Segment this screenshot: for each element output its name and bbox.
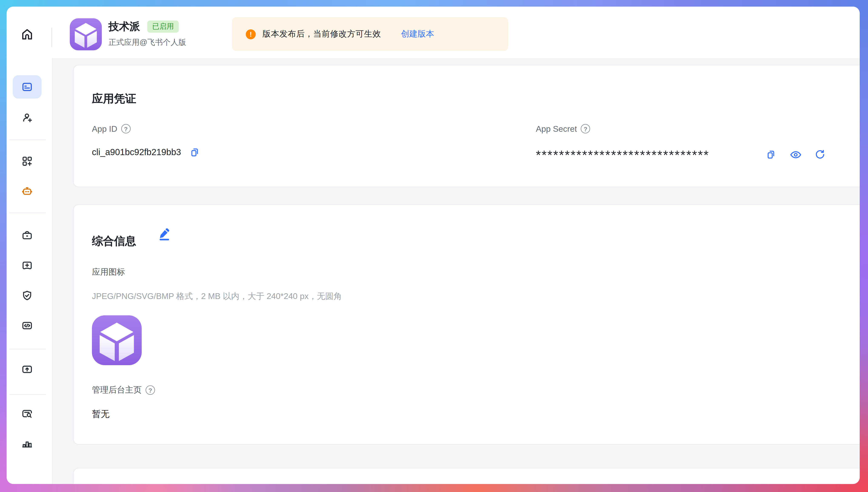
code-window-icon (21, 319, 33, 331)
sidebar-item-members[interactable] (13, 106, 42, 130)
sidebar-item-review[interactable] (13, 402, 42, 425)
credentials-title: 应用凭证 (92, 91, 136, 106)
header: 技术派 已启用 正式应用@飞书个人版 ! 版本发布后，当前修改方可生效 创建版本 (7, 7, 860, 58)
app-icon-preview (92, 315, 142, 366)
app-secret-value: ****************************** (536, 150, 710, 160)
app-id-label-row: App ID ? (92, 124, 131, 133)
warning-text: 版本发布后，当前修改方可生效 (262, 29, 381, 39)
sidebar-item-bot[interactable] (13, 180, 42, 203)
copy-icon (190, 147, 200, 157)
regenerate-app-secret-button[interactable] (814, 149, 825, 159)
sidebar-item-security[interactable] (13, 284, 42, 307)
edit-info-button[interactable] (158, 227, 171, 243)
sidebar-divider (9, 394, 46, 395)
sidebar-item-credentials[interactable] (13, 75, 42, 99)
sidebar (7, 58, 53, 484)
copy-app-secret-button[interactable] (766, 150, 776, 159)
app-subtitle: 正式应用@飞书个人版 (108, 38, 186, 48)
sidebar-item-capabilities[interactable] (13, 150, 42, 173)
sidebar-item-analytics[interactable] (13, 432, 42, 455)
app-secret-help-icon[interactable]: ? (581, 124, 590, 133)
app-secret-label-row: App Secret ? (536, 124, 590, 133)
app-logo (70, 18, 102, 50)
header-divider (51, 28, 52, 47)
app-id-value: cli_a901bc92fb219bb3 (92, 147, 181, 157)
eye-icon (790, 150, 801, 159)
admin-home-label: 管理后台主页 (92, 385, 142, 395)
admin-home-help-icon[interactable]: ? (146, 385, 155, 395)
app-window: 技术派 已启用 正式应用@飞书个人版 ! 版本发布后，当前修改方可生效 创建版本 (7, 7, 860, 484)
admin-home-value: 暂无 (92, 409, 109, 420)
app-id-help-icon[interactable]: ? (121, 124, 130, 133)
app-icon-label: 应用图标 (92, 267, 125, 277)
status-badge: 已启用 (147, 20, 179, 32)
home-icon (20, 27, 34, 42)
bar-chart-icon (21, 438, 33, 450)
general-info-card: 综合信息 应用图标 JPEG/PNG/SVG/BMP 格式，2 MB 以内，大于… (73, 204, 860, 445)
refresh-icon (814, 149, 825, 159)
sidebar-divider (9, 213, 46, 213)
card-plus-icon (21, 259, 33, 271)
admin-home-label-row: 管理后台主页 ? (92, 385, 155, 395)
sidebar-divider (9, 349, 46, 349)
main-content: 应用凭证 App ID ? cli_a901bc92fb219bb3 (53, 58, 860, 484)
app-id-label: App ID (92, 124, 117, 133)
reveal-app-secret-button[interactable] (790, 150, 801, 159)
app-title: 技术派 (108, 20, 140, 33)
publish-icon (21, 363, 33, 375)
app-id-value-row: cli_a901bc92fb219bb3 (92, 147, 200, 157)
general-info-title: 综合信息 (92, 233, 136, 248)
credentials-icon (21, 81, 33, 93)
shield-check-icon (21, 290, 33, 302)
app-icon-hint: JPEG/PNG/SVG/BMP 格式，2 MB 以内，大于 240*240 p… (92, 291, 342, 302)
doc-search-icon (21, 408, 33, 420)
bot-icon (21, 186, 33, 198)
sidebar-item-development[interactable] (13, 314, 42, 337)
edit-pencil-icon (158, 227, 171, 241)
sidebar-item-permissions[interactable] (13, 224, 42, 247)
next-card-partial (73, 468, 860, 484)
briefcase-icon (21, 229, 33, 241)
copy-app-id-button[interactable] (190, 147, 200, 157)
screen: 技术派 已启用 正式应用@飞书个人版 ! 版本发布后，当前修改方可生效 创建版本 (0, 0, 868, 492)
sidebar-divider (9, 140, 46, 140)
app-secret-label: App Secret (536, 124, 577, 133)
app-secret-value-row: ****************************** (536, 147, 710, 157)
version-warning-banner: ! 版本发布后，当前修改方可生效 创建版本 (232, 17, 508, 51)
credentials-card: 应用凭证 App ID ? cli_a901bc92fb219bb3 (73, 65, 860, 187)
app-capability-icon (21, 155, 33, 167)
copy-icon (766, 150, 776, 159)
home-button[interactable] (20, 27, 34, 42)
sidebar-item-add-card[interactable] (13, 254, 42, 277)
create-version-link[interactable]: 创建版本 (401, 29, 434, 39)
add-member-icon (21, 112, 33, 124)
sidebar-item-release[interactable] (13, 358, 42, 381)
warning-icon: ! (246, 29, 256, 39)
